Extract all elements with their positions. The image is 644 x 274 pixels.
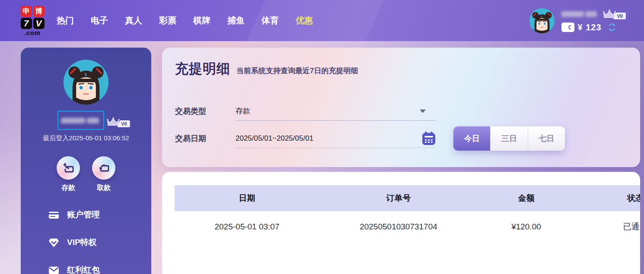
menu-label: 红利红包: [67, 264, 100, 274]
menu-label: VIP特权: [67, 237, 97, 248]
transaction-type-value: 存款: [236, 106, 250, 116]
username-selection-box[interactable]: [57, 111, 104, 130]
table-row: 2025-05-01 03:07 20250501030731704 ¥120.…: [175, 211, 640, 242]
nav-item-live[interactable]: 真人: [125, 15, 142, 26]
red-envelope-icon: [48, 265, 59, 274]
col-header-date: 日期: [175, 185, 319, 211]
nav-item-slots[interactable]: 电子: [91, 15, 108, 26]
profile-vip-badge: V0: [107, 117, 130, 127]
logo-char-v: V: [33, 18, 45, 29]
nav-item-promotions[interactable]: 优惠: [296, 15, 313, 26]
calendar-icon[interactable]: [422, 131, 436, 145]
last-login-text: 最后登入2025-05-01 03:06:52: [43, 134, 129, 142]
deposit-icon: [62, 161, 75, 174]
profile-sidebar: V0 最后登入2025-05-01 03:06:52 存款 取款 账户管理 VI…: [21, 48, 151, 274]
site-logo[interactable]: 申 博 7 V .com: [19, 6, 45, 35]
withdraw-label: 取款: [97, 184, 111, 193]
top-navbar: 申 博 7 V .com 热门 电子 真人 彩票 棋牌 捕鱼 体育 优惠: [0, 0, 644, 41]
quick-range-group: 今日 三日 七日: [453, 126, 565, 151]
page-title: 充提明细: [175, 60, 230, 78]
nav-item-lottery[interactable]: 彩票: [159, 15, 176, 26]
range-today-button[interactable]: 今日: [453, 126, 490, 151]
filter-panel: 充提明细 当前系统支持查询最近7日的充提明细 交易类型 存款 交易日期 2025…: [162, 48, 640, 167]
cell-status: 已通过: [575, 211, 640, 242]
chevron-down-icon: [420, 110, 426, 113]
gem-icon: [48, 237, 59, 248]
vip-level-badge[interactable]: V0: [603, 9, 626, 19]
table-header-row: 日期 订单号 金额 状态: [175, 185, 640, 211]
col-header-amount: 金额: [478, 185, 575, 211]
user-avatar[interactable]: [529, 8, 555, 33]
logo-domain: .com: [24, 30, 40, 35]
col-header-order-no: 订单号: [319, 185, 478, 211]
main-nav: 热门 电子 真人 彩票 棋牌 捕鱼 体育 优惠: [57, 15, 313, 26]
cell-date: 2025-05-01 03:07: [175, 211, 319, 242]
menu-label: 账户管理: [67, 209, 100, 220]
balance-amount: ¥ 123: [578, 23, 602, 32]
profile-username-redacted: [61, 118, 101, 123]
records-panel: 日期 订单号 金额 状态 2025-05-01 03:07 2025050103…: [162, 172, 640, 274]
deposit-label: 存款: [61, 184, 75, 193]
col-header-status: 状态: [575, 185, 640, 211]
cell-order-no: 20250501030731704: [319, 211, 478, 242]
cell-amount: ¥120.00: [478, 211, 575, 242]
nav-item-fishing[interactable]: 捕鱼: [227, 15, 245, 26]
logo-badge-bo: 博: [33, 6, 45, 17]
range-7days-button[interactable]: 七日: [528, 126, 565, 151]
wallet-icon[interactable]: [561, 23, 574, 32]
range-3days-button[interactable]: 三日: [490, 126, 527, 151]
sidebar-item-vip-privileges[interactable]: VIP特权: [48, 237, 151, 248]
page-subtitle: 当前系统支持查询最近7日的充提明细: [236, 66, 358, 76]
withdraw-icon: [97, 161, 110, 174]
username-redacted: [561, 11, 599, 17]
deposit-button[interactable]: 存款: [57, 156, 80, 193]
transaction-date-input[interactable]: 2025/05/01~2025/05/01: [236, 129, 436, 148]
bank-card-icon: [48, 210, 59, 220]
notification-dot: [550, 8, 555, 13]
transaction-date-label: 交易日期: [175, 133, 236, 144]
sidebar-menu: 账户管理 VIP特权 红利红包: [21, 209, 151, 274]
refresh-balance-icon[interactable]: [608, 23, 616, 32]
transaction-type-select[interactable]: 存款: [236, 102, 436, 121]
nav-item-hot[interactable]: 热门: [57, 15, 74, 26]
logo-char-7: 7: [21, 18, 32, 29]
nav-item-poker[interactable]: 棋牌: [193, 15, 210, 26]
nav-item-sports[interactable]: 体育: [261, 15, 279, 26]
logo-badge-shen: 申: [21, 6, 32, 17]
sidebar-item-account-management[interactable]: 账户管理: [48, 209, 151, 220]
transaction-type-label: 交易类型: [175, 106, 236, 116]
user-area: V0 ¥ 123: [529, 8, 626, 33]
sidebar-item-bonus-redpacket[interactable]: 红利红包: [48, 264, 151, 274]
profile-avatar[interactable]: [64, 60, 108, 105]
transaction-date-value: 2025/05/01~2025/05/01: [236, 134, 313, 143]
withdraw-button[interactable]: 取款: [92, 156, 115, 193]
